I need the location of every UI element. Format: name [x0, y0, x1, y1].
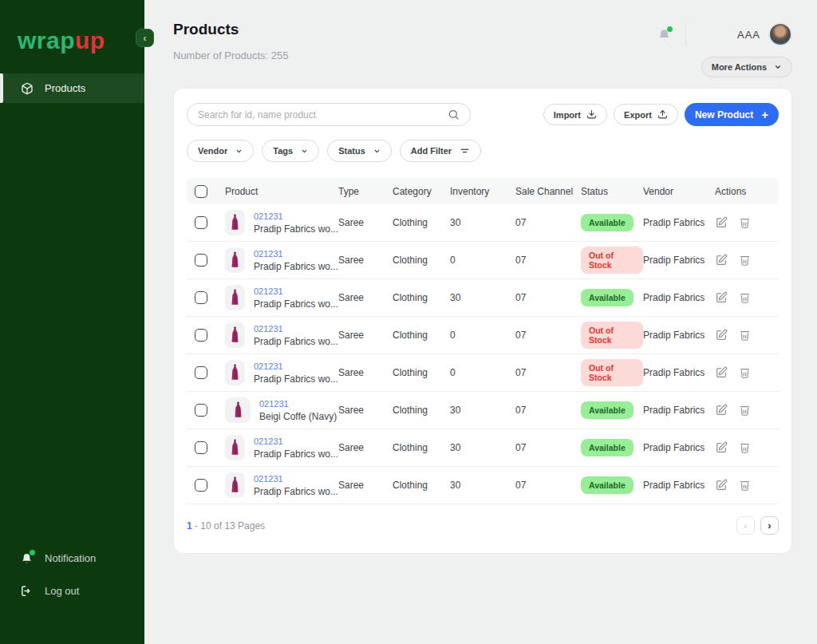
category-cell: Clothing: [393, 330, 450, 341]
edit-button[interactable]: [715, 479, 728, 492]
product-id-link[interactable]: 021231: [254, 474, 338, 484]
more-actions-label: More Actions: [712, 62, 767, 72]
product-id-link[interactable]: 021231: [254, 437, 338, 446]
saree-image: [231, 401, 245, 419]
product-name: Pradip Fabrics wo...: [254, 261, 338, 272]
edit-button[interactable]: [715, 441, 728, 454]
sidebar-item-logout[interactable]: Log out: [0, 579, 144, 603]
tags-filter-label: Tags: [273, 146, 293, 156]
delete-button[interactable]: [739, 366, 751, 379]
edit-icon: [715, 441, 728, 454]
edit-button[interactable]: [715, 291, 728, 304]
logo-text-up: up: [75, 27, 105, 53]
row-checkbox[interactable]: [195, 479, 207, 492]
delete-button[interactable]: [739, 404, 751, 417]
tags-filter[interactable]: Tags: [262, 140, 319, 162]
delete-button[interactable]: [739, 216, 751, 229]
row-checkbox[interactable]: [195, 216, 207, 229]
avatar[interactable]: [768, 22, 792, 46]
prev-page-button[interactable]: ‹: [736, 516, 755, 535]
delete-button[interactable]: [739, 479, 751, 492]
actions-cell: [715, 291, 779, 304]
search-box: [187, 103, 471, 126]
inventory-cell: 0: [450, 255, 515, 266]
product-id-link[interactable]: 021231: [259, 399, 337, 409]
product-id-link[interactable]: 021231: [254, 362, 338, 371]
product-cell: 021231 Pradip Fabrics wo...: [225, 210, 338, 235]
product-id-link[interactable]: 021231: [254, 324, 338, 334]
row-checkbox[interactable]: [195, 441, 207, 454]
chevron-down-icon: [373, 148, 381, 155]
delete-button[interactable]: [739, 254, 751, 267]
add-filter-button[interactable]: Add Filter: [400, 140, 481, 162]
status-cell: Available: [581, 476, 643, 494]
vendor-cell: Pradip Fabrics: [643, 405, 715, 416]
product-thumbnail: [225, 210, 245, 235]
page-title: Products: [173, 21, 289, 38]
page-header: Products Number of Products: 255 AAA: [144, 0, 817, 77]
import-button[interactable]: Import: [543, 104, 607, 125]
product-name: Pradip Fabrics wo...: [254, 298, 338, 310]
product-cell: 021231 Beigi Coffe (Navy): [225, 397, 338, 423]
export-button[interactable]: Export: [614, 104, 678, 125]
saree-image: [228, 214, 242, 231]
status-filter-label: Status: [338, 146, 365, 156]
more-actions-button[interactable]: More Actions: [701, 57, 792, 77]
export-label: Export: [624, 110, 652, 120]
next-page-button[interactable]: ›: [760, 516, 779, 535]
sidebar-collapse-button[interactable]: ‹: [136, 29, 154, 47]
category-cell: Clothing: [393, 405, 450, 416]
product-id-link[interactable]: 021231: [254, 211, 338, 221]
bell-icon: [20, 551, 34, 565]
vendor-filter-label: Vendor: [198, 146, 227, 156]
product-id-link[interactable]: 021231: [254, 249, 338, 259]
filter-lines-icon: [460, 146, 470, 156]
inventory-cell: 30: [450, 442, 515, 453]
select-all-checkbox[interactable]: [195, 185, 207, 198]
product-name: Pradip Fabrics wo...: [254, 336, 338, 347]
sidebar-item-products[interactable]: Products: [0, 73, 144, 103]
trash-icon: [739, 441, 751, 454]
category-cell: Clothing: [393, 367, 450, 378]
edit-icon: [715, 254, 728, 267]
product-text: 021231 Pradip Fabrics wo...: [254, 286, 338, 310]
row-checkbox[interactable]: [195, 404, 207, 417]
new-product-button[interactable]: New Product +: [685, 103, 779, 126]
row-checkbox[interactable]: [195, 366, 207, 379]
saree-image: [228, 364, 242, 381]
sale-channel-cell: 07: [515, 480, 581, 491]
sidebar-item-notification[interactable]: Notification: [0, 546, 144, 570]
column-header-vendor: Vendor: [643, 186, 715, 197]
row-checkbox[interactable]: [195, 291, 207, 304]
delete-button[interactable]: [739, 441, 751, 454]
notification-bell-icon[interactable]: [657, 28, 671, 41]
product-thumbnail: [225, 472, 245, 498]
vendor-cell: Pradip Fabrics: [643, 255, 715, 266]
edit-icon: [715, 366, 728, 379]
edit-button[interactable]: [715, 366, 728, 379]
category-cell: Clothing: [393, 442, 450, 453]
username: AAA: [737, 29, 760, 41]
edit-button[interactable]: [715, 329, 728, 342]
table-row: 021231 Pradip Fabrics wo... Saree Clothi…: [187, 317, 779, 354]
product-id-link[interactable]: 021231: [254, 286, 338, 296]
row-checkbox[interactable]: [195, 254, 207, 267]
actions-cell: [715, 254, 779, 267]
delete-button[interactable]: [739, 329, 751, 342]
table-row: 021231 Pradip Fabrics wo... Saree Clothi…: [187, 242, 779, 279]
edit-button[interactable]: [715, 404, 728, 417]
category-cell: Clothing: [393, 480, 450, 491]
product-count: Number of Products: 255: [173, 49, 289, 61]
logo: wrapup: [0, 0, 144, 54]
product-text: 021231 Pradip Fabrics wo...: [254, 211, 338, 235]
vendor-filter[interactable]: Vendor: [187, 140, 254, 162]
status-filter[interactable]: Status: [327, 140, 392, 162]
user-row: AAA: [657, 22, 792, 46]
vendor-cell: Pradip Fabrics: [643, 367, 715, 378]
search-input[interactable]: [198, 109, 448, 121]
delete-button[interactable]: [739, 291, 751, 304]
edit-button[interactable]: [715, 254, 728, 267]
edit-button[interactable]: [715, 216, 728, 229]
row-checkbox[interactable]: [195, 329, 207, 342]
saree-image: [228, 326, 242, 344]
